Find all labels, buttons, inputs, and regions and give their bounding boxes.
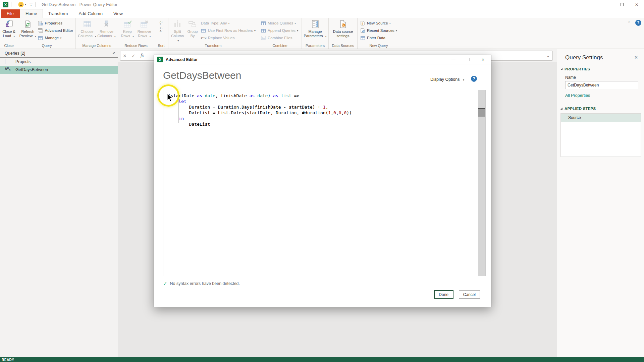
ribbon-group-query: Refresh Preview ▾ Properties Advanced Ed… [18, 18, 76, 49]
tab-add-column[interactable]: Add Column [73, 9, 108, 18]
split-column-button[interactable]: Split Column ▾ [169, 18, 185, 43]
ribbon-group-parameters: Manage Parameters ▾ Parameters [302, 18, 329, 49]
manage-icon [38, 36, 43, 40]
display-options-dropdown[interactable]: Display Options ▾ [430, 77, 464, 82]
expand-triangle-icon [560, 68, 562, 70]
group-label-parameters: Parameters [303, 43, 327, 49]
dialog-titlebar[interactable]: X Advanced Editor — ✕ [154, 55, 491, 64]
divider [35, 2, 36, 7]
ribbon-group-manage-columns: Choose Columns ▾ Remove Columns ▾ Manage… [76, 18, 118, 49]
group-label-new-query: New Query [359, 43, 399, 49]
data-type-button[interactable]: Data Type: Any ▾ [200, 19, 257, 27]
keep-rows-button[interactable]: Keep Rows ▾ [119, 18, 136, 39]
maximize-button[interactable] [614, 0, 629, 9]
ribbon-group-reduce-rows: Keep Rows ▾ Remove Rows ▾ Reduce Rows [118, 18, 154, 49]
replace-values-icon: 1↷2 [201, 36, 206, 40]
query-name-input[interactable] [565, 81, 638, 89]
minimize-button[interactable]: — [600, 0, 614, 9]
sort-ascending-button[interactable]: A↓Z [160, 20, 163, 26]
remove-rows-button[interactable]: Remove Rows ▾ [136, 18, 153, 39]
group-label-combine: Combine [259, 43, 301, 49]
collapse-pane-icon[interactable]: < [112, 51, 115, 56]
append-queries-button[interactable]: Append Queries ▾ [259, 27, 300, 34]
code-editor-container: (startDate as date, finishDate as date) … [163, 90, 486, 276]
divider [11, 2, 11, 7]
tab-home[interactable]: Home [20, 9, 43, 18]
properties-section-header[interactable]: PROPERTIES [557, 67, 644, 71]
close-and-load-button[interactable]: Close & Load ▾ [1, 18, 17, 39]
combine-files-button[interactable]: Combine Files [259, 34, 300, 42]
query-item-getdaysbetween[interactable]: ABC GetDaysBetween [0, 66, 118, 74]
merge-queries-button[interactable]: Merge Queries ▾ [259, 19, 300, 27]
new-source-icon [360, 21, 365, 25]
first-row-headers-icon [201, 28, 206, 33]
use-first-row-as-headers-button[interactable]: Use First Row as Headers ▾ [200, 27, 257, 34]
indent-guide [178, 99, 179, 123]
dialog-minimize-button[interactable]: — [446, 55, 461, 64]
choose-columns-button[interactable]: Choose Columns ▾ [77, 18, 97, 39]
query-item-label: Projects [15, 59, 31, 64]
scrollbar-thumb[interactable] [478, 108, 485, 117]
advanced-editor-button[interactable]: Advanced Editor [37, 27, 74, 34]
data-source-settings-button[interactable]: Data source settings [330, 18, 356, 38]
all-properties-link[interactable]: All Properties [557, 89, 644, 98]
manage-button[interactable]: Manage ▾ [37, 34, 74, 42]
code-editor[interactable]: (startDate as date, finishDate as date) … [163, 90, 478, 276]
split-column-icon [173, 20, 182, 28]
recent-sources-button[interactable]: Recent Sources ▾ [359, 27, 398, 34]
query-item-projects[interactable]: Projects [0, 58, 118, 66]
enter-data-button[interactable]: Enter Data [359, 34, 398, 42]
maximize-icon [621, 3, 624, 6]
dialog-title: Advanced Editor [166, 57, 198, 62]
code-scrollbar[interactable] [478, 90, 485, 276]
ribbon-group-sort: A↓Z Z↓A Sort [154, 18, 168, 49]
tab-file[interactable]: File [1, 9, 20, 18]
dialog-maximize-button[interactable] [461, 55, 476, 64]
dropdown-caret-icon: ▾ [228, 22, 230, 25]
close-pane-icon[interactable]: ✕ [634, 55, 638, 60]
dialog-help-icon[interactable]: ? [471, 76, 477, 82]
replace-values-button[interactable]: 1↷2 Replace Values [200, 34, 257, 42]
help-icon[interactable]: ? [635, 20, 641, 26]
feedback-smiley-icon[interactable]: ▾ [18, 2, 26, 7]
applied-steps-section-header[interactable]: APPLIED STEPS [557, 107, 644, 111]
tab-transform[interactable]: Transform [43, 9, 73, 18]
fx-icon: fx [138, 53, 147, 58]
sort-descending-button[interactable]: Z↓A [160, 27, 163, 33]
tab-view[interactable]: View [108, 9, 128, 18]
group-by-button[interactable]: Group By [185, 18, 199, 38]
query-settings-pane: Query Settings ✕ PROPERTIES Name All Pro… [557, 49, 644, 357]
remove-columns-button[interactable]: Remove Columns ▾ [97, 18, 116, 39]
dialog-close-button[interactable]: ✕ [476, 55, 490, 64]
ribbon-group-new-query: New Source ▾ Recent Sources ▾ Enter Data… [358, 18, 400, 49]
query-item-label: GetDaysBetween [15, 67, 48, 72]
status-bar: READY [0, 357, 644, 362]
syntax-message: No syntax errors have been detected. [170, 281, 240, 286]
queries-count-label: Queries [2] [5, 51, 25, 56]
properties-button[interactable]: Properties [37, 19, 74, 27]
quick-access-toolbar-button[interactable]: ▾ [30, 3, 33, 7]
formula-expand-icon[interactable]: ⌄ [544, 54, 552, 58]
function-abc-icon: ABC [5, 67, 10, 71]
excel-logo-icon: X [3, 2, 8, 7]
ribbon: Close & Load ▾ Close Refresh Preview ▾ P… [0, 18, 644, 49]
remove-columns-icon [102, 20, 111, 28]
collapse-ribbon-icon[interactable]: ⌃ [628, 21, 631, 25]
formula-confirm-button[interactable]: ✓ [129, 53, 138, 58]
remove-rows-icon [140, 20, 149, 28]
refresh-preview-button[interactable]: Refresh Preview ▾ [19, 18, 37, 39]
cancel-button[interactable]: Cancel [459, 290, 480, 299]
merge-queries-icon [261, 21, 266, 25]
enter-data-icon [360, 36, 365, 40]
new-source-button[interactable]: New Source ▾ [359, 19, 398, 27]
status-ready-label: READY [2, 358, 14, 362]
manage-parameters-button[interactable]: Manage Parameters ▾ [303, 18, 327, 39]
queries-pane-header: Queries [2] < [0, 49, 118, 58]
close-button[interactable]: ✕ [629, 0, 644, 9]
done-button[interactable]: Done [434, 290, 453, 299]
formula-cancel-button[interactable]: ✕ [120, 53, 129, 58]
ribbon-group-transform: Split Column ▾ Group By Data Type: Any ▾… [168, 18, 258, 49]
dropdown-caret-icon: ▾ [35, 35, 36, 38]
applied-step-source[interactable]: Source [561, 114, 641, 122]
data-source-settings-icon [339, 20, 347, 28]
